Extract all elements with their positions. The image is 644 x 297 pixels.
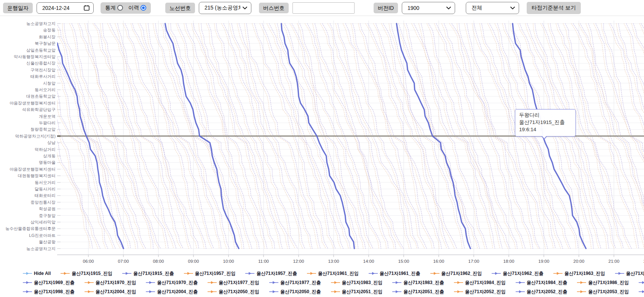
legend-item-label: 울산71자1963_진입 (564, 270, 605, 277)
legend-item[interactable]: 울산71자2052_진출 (516, 289, 567, 295)
legend-item[interactable]: Hide All (23, 271, 51, 276)
radio-statistics[interactable]: 통계 (105, 5, 123, 11)
y-axis-label: 상남 (47, 140, 56, 145)
date-input[interactable]: 2024-12-24 (37, 2, 94, 14)
legend-item[interactable]: 울산71자1984_진출 (516, 280, 567, 286)
radio-history[interactable]: 이력 (128, 5, 146, 11)
legend-item[interactable]: 울산71자1961_진입 (307, 270, 359, 277)
legend-item[interactable]: 울산71자1957_진출 (245, 270, 297, 277)
filter-select-value: 전체 (471, 5, 482, 11)
legend-marker-icon (492, 272, 501, 275)
y-axis-label: 시청앞 (43, 81, 56, 86)
legend-marker-icon (639, 281, 644, 284)
legend-item[interactable]: 울산71자2051_진출 (392, 289, 444, 295)
legend-item[interactable]: 울산71자1970_진출 (146, 280, 198, 286)
legend-marker-icon (122, 272, 131, 275)
legend-item[interactable]: 울산71자2053_진출 (639, 289, 644, 295)
x-axis-label: 14:00 (363, 259, 374, 264)
legend-item-label: 울산71자2004_진출 (157, 289, 198, 295)
legend-marker-icon (577, 290, 586, 294)
legend-marker-icon (269, 290, 278, 294)
legend-item[interactable]: 울산71자2050_진입 (208, 289, 259, 295)
filter-select[interactable]: 전체 (466, 2, 519, 14)
legend-row: Hide All울산71자1915_진입울산71자1915_진출울산71자195… (0, 269, 644, 278)
x-axis-label: 20:00 (574, 259, 585, 264)
radio-statistics-circle[interactable] (117, 5, 123, 11)
legend-item[interactable]: 울산71자1983_진출 (392, 280, 444, 286)
legend-item[interactable]: 울산71자1998_진출 (23, 289, 75, 295)
legend-marker-icon (331, 281, 340, 284)
y-axis-label: 동서오거리 (35, 87, 56, 92)
y-axis-label: 중앙전통시장 (30, 200, 56, 205)
legend-marker-icon (639, 290, 644, 294)
legend-marker-icon (430, 272, 439, 275)
chevron-down-icon (446, 6, 451, 10)
legend-marker-icon (23, 272, 32, 275)
version-select[interactable]: 1900 (402, 2, 455, 14)
legend-item[interactable]: 울산71자1963_진출 (615, 270, 644, 277)
y-axis-label: 야음장생포행정복지센터 (10, 167, 56, 172)
analysis-view-button[interactable]: 타점기준분석 보기 (527, 2, 581, 14)
legend-marker-icon (577, 281, 586, 284)
legend-item-label: 울산71자2052_진출 (527, 289, 567, 295)
legend-item[interactable]: 울산71자1977_진입 (208, 280, 259, 286)
legend-item-label: 울산71자2051_진출 (403, 289, 444, 295)
legend-item-label: 울산71자1969_진출 (34, 280, 75, 286)
y-axis-label: 야음장생포행정복지센터 (10, 101, 56, 105)
bus-number-input[interactable] (292, 2, 355, 14)
legend-item[interactable]: 울산71자2050_진출 (269, 289, 321, 295)
y-axis-label: 덕하공영차고지(기점) (15, 134, 56, 138)
legend-item-label: 울산71자1984_진입 (465, 280, 506, 286)
legend-item[interactable]: 울산71자1915_진입 (61, 270, 112, 277)
legend-item[interactable]: 울산71자1977_진출 (269, 280, 321, 286)
legend-marker-icon (369, 272, 378, 275)
legend-item[interactable]: 울산71자1963_진입 (553, 270, 605, 277)
legend-item[interactable]: 울산71자2004_진출 (146, 289, 198, 295)
y-axis-label: 학성공원 (39, 206, 56, 211)
legend-item[interactable]: 울산71자2004_진입 (85, 289, 136, 295)
legend-marker-icon (516, 281, 525, 284)
tooltip-time: 19:6:14 (519, 126, 572, 133)
legend-row: 울산71자1998_진출울산71자2004_진입울산71자2004_진출울산71… (0, 287, 644, 296)
legend-item-label: 울산71자2050_진출 (280, 289, 321, 295)
legend-item-label: 울산71자1977_진입 (219, 280, 259, 286)
legend-item[interactable]: 울산71자2052_진입 (454, 289, 506, 295)
legend-marker-icon (454, 281, 463, 284)
legend-marker-icon (85, 281, 94, 284)
mode-radio-group: 통계 이력 (101, 2, 151, 14)
legend-item-label: 울산71자1962_진출 (503, 270, 543, 277)
y-axis-label: 태화루사거리 (30, 74, 56, 79)
route-label: 노선번호 (165, 3, 195, 13)
legend-item[interactable]: 울산71자2053_진입 (577, 289, 629, 295)
legend-marker-icon (553, 272, 563, 275)
legend-item[interactable]: 울산71자1970_진입 (85, 280, 136, 286)
route-select[interactable]: 215 (농소공영차고 (199, 2, 251, 14)
legend-item[interactable]: 울산71자1962_진출 (492, 270, 543, 277)
radio-history-circle[interactable] (141, 5, 146, 11)
legend-item[interactable]: 울산71자2051_진입 (331, 289, 383, 295)
legend-marker-icon (61, 272, 70, 275)
legend-item[interactable]: 울산71자1986_진입 (577, 280, 629, 286)
legend-item[interactable]: 울산71자1969_진출 (23, 280, 75, 286)
legend-item[interactable]: 울산71자1983_진입 (331, 280, 383, 286)
legend-marker-icon (307, 272, 316, 275)
legend-item[interactable]: 울산71자1962_진입 (430, 270, 482, 277)
legend-item-label: 울산71자1977_진출 (280, 280, 321, 286)
legend-item[interactable]: 울산71자1957_진입 (184, 270, 236, 277)
legend-item-label: 울산71자2051_진입 (342, 289, 383, 295)
x-axis-label: 07:00 (118, 259, 129, 264)
x-axis-label: 11:00 (258, 259, 269, 264)
y-axis-label: 동서오거리 (35, 180, 56, 185)
legend-item-label: 울산71자1970_진출 (157, 280, 198, 286)
legend-marker-icon (23, 281, 32, 284)
y-axis-label: 중구청앞 (39, 213, 56, 218)
legend-marker-icon (85, 290, 94, 294)
chevron-down-icon (243, 6, 247, 10)
legend-item[interactable]: 울산71자1984_진입 (454, 280, 506, 286)
legend-marker-icon (615, 272, 624, 275)
legend-item-label: 울산71자1963_진출 (626, 270, 644, 277)
legend-item[interactable]: 울산71자1961_진출 (369, 270, 420, 277)
legend-item[interactable]: 울산71자1986_진출 (639, 280, 644, 286)
x-axis-label: 06:00 (83, 259, 94, 264)
legend-item[interactable]: 울산71자1915_진출 (122, 270, 174, 277)
